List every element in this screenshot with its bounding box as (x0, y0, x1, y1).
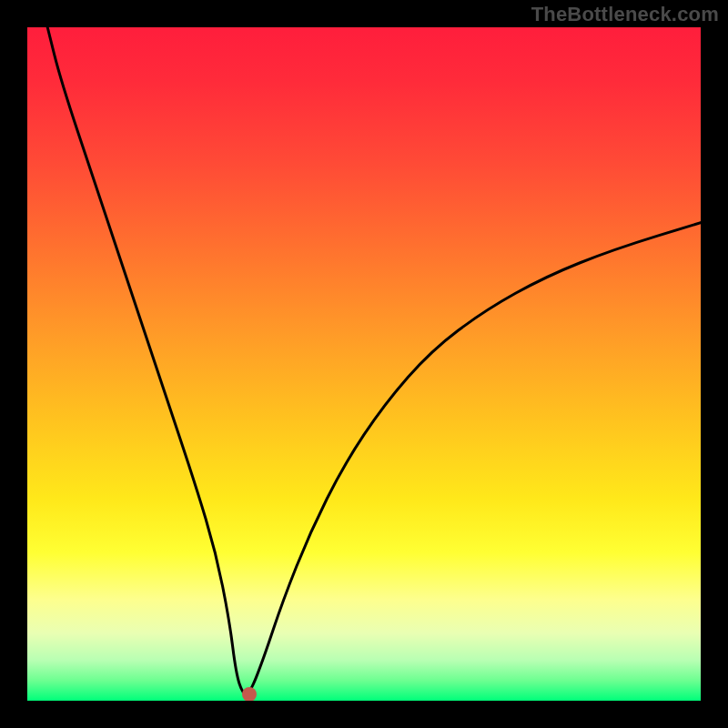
bottleneck-curve (47, 27, 701, 694)
plot-area (27, 27, 701, 701)
watermark-text: TheBottleneck.com (531, 3, 719, 26)
optimal-point-marker (242, 687, 257, 701)
chart-frame: TheBottleneck.com (0, 0, 728, 728)
curve-svg (27, 27, 701, 701)
